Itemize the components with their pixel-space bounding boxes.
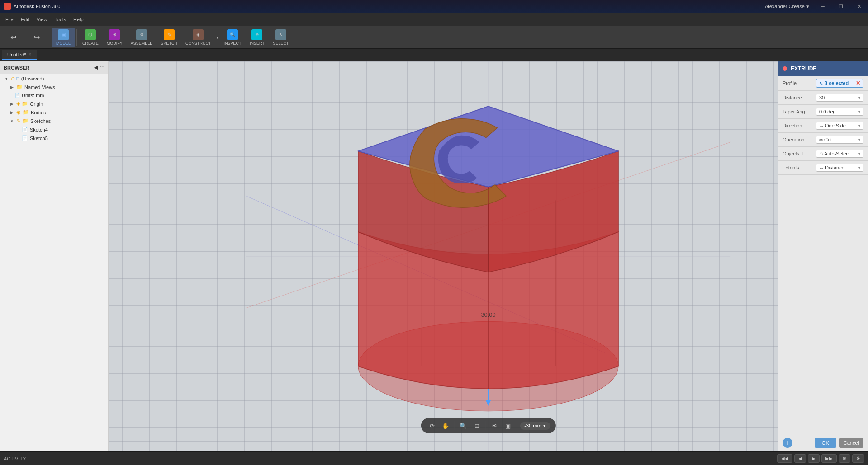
profile-label: Profile	[783, 80, 814, 86]
distance-value[interactable]: 30 ▾	[816, 94, 863, 102]
assemble-icon: ⚙	[136, 29, 147, 40]
tab-close-button[interactable]: ×	[29, 52, 32, 57]
extrude-title: EXTRUDE	[791, 66, 816, 72]
browser-sketch5[interactable]: 📄 Sketch5	[0, 134, 108, 142]
viewport[interactable]: 30.00 TOP FRONT RIGHT ⟳ ✋	[109, 61, 868, 451]
objects-value[interactable]: ⊙ Auto-Select ▾	[816, 150, 863, 158]
vp-orbit-button[interactable]: ⟳	[426, 420, 438, 432]
extrude-info-button[interactable]: i	[783, 438, 792, 448]
browser-sketches[interactable]: ▾ ✎ 📁 Sketches	[0, 117, 108, 125]
toolbar-select[interactable]: ↖ SELECT	[269, 28, 292, 47]
tab-untitled[interactable]: Untitled* ×	[2, 50, 37, 60]
profile-cursor-icon: ↖	[819, 81, 823, 86]
menu-edit[interactable]: Edit	[17, 15, 33, 24]
profile-value[interactable]: ↖ 3 selected ✕	[816, 79, 863, 88]
toolbar-assemble[interactable]: ⚙ ASSEMBLE	[127, 28, 157, 47]
extrude-extents-row: Extents ↔ Distance ▾	[778, 161, 868, 175]
browser-header: BROWSER ◀ ⋯	[0, 61, 108, 74]
named-views-folder-icon: 📁	[16, 84, 23, 90]
extents-value[interactable]: ↔ Distance ▾	[816, 164, 863, 172]
close-button[interactable]: ✕	[850, 0, 868, 13]
units-icon: 📄	[14, 93, 20, 98]
modify-label: MODIFY	[107, 41, 123, 46]
sketches-folder-icon: 📁	[22, 118, 28, 124]
vp-pan-button[interactable]: ✋	[440, 420, 451, 432]
construct-icon: ◈	[193, 29, 204, 40]
toolbar-model[interactable]: ▣ MODEL	[52, 28, 75, 47]
vp-view-button[interactable]: 👁	[489, 420, 500, 432]
toolbar-inspect[interactable]: 🔍 INSPECT	[220, 28, 245, 47]
extents-val: Distance	[825, 165, 844, 170]
vp-zoom-button[interactable]: 🔍	[457, 420, 469, 432]
assemble-label: ASSEMBLE	[131, 41, 153, 46]
objects-chevron: ▾	[858, 151, 860, 156]
app-icon	[4, 3, 11, 10]
nav-play-button[interactable]: ▶	[808, 454, 820, 463]
extrude-objects-row: Objects T. ⊙ Auto-Select ▾	[778, 147, 868, 161]
menu-tools[interactable]: Tools	[51, 15, 70, 24]
extrude-dot	[783, 66, 787, 71]
browser-sketch4[interactable]: 📄 Sketch4	[0, 125, 108, 134]
origin-label: Origin	[30, 101, 43, 107]
taper-label: Taper Ang.	[783, 109, 814, 114]
menu-help[interactable]: Help	[70, 15, 87, 24]
bodies-expand-icon: ▶	[9, 110, 14, 115]
taper-value[interactable]: 0.0 deg ▾	[816, 108, 863, 116]
toolbar-undo[interactable]: ↩	[2, 28, 24, 47]
nav-thumbnail-button[interactable]: ⊞	[839, 454, 850, 463]
sketches-expand-icon: ▾	[9, 118, 14, 124]
tabbar: Untitled* ×	[0, 49, 868, 61]
minimize-button[interactable]: ─	[814, 0, 832, 13]
nav-first-button[interactable]: ◀◀	[777, 454, 792, 463]
toolbar: ↩ ↪ ▣ MODEL ⬡ CREATE ⚙ MODIFY ⚙ ASSEMBLE…	[0, 26, 868, 49]
create-icon: ⬡	[85, 29, 96, 40]
sketch4-icon: 📄	[22, 127, 28, 132]
distance-chevron: ▾	[858, 95, 860, 100]
bodies-folder-icon: 📁	[23, 109, 29, 115]
nav-last-button[interactable]: ▶▶	[821, 454, 837, 463]
sketch4-label: Sketch4	[30, 127, 48, 132]
select-label: SELECT	[273, 41, 289, 46]
toolbar-redo[interactable]: ↪	[25, 28, 48, 47]
toolbar-sketch[interactable]: ✎ SKETCH	[157, 28, 181, 47]
root-component-icon: ◇	[11, 75, 14, 81]
menu-view[interactable]: View	[33, 15, 51, 24]
root-expand-icon: ▾	[4, 76, 9, 81]
extrude-operation-row: Operation ✂ Cut ▾	[778, 133, 868, 147]
browser-named-views[interactable]: ▶ 📁 Named Views	[0, 83, 108, 91]
extrude-actions: i OK Cancel	[778, 434, 868, 451]
distance-label: Distance	[783, 95, 814, 100]
restore-button[interactable]: ❐	[832, 0, 850, 13]
toolbar-construct[interactable]: ◈ CONSTRUCT	[182, 28, 215, 47]
vp-fit-button[interactable]: ⊡	[471, 420, 483, 432]
nav-prev-button[interactable]: ◀	[794, 454, 806, 463]
browser-origin[interactable]: ▶ ◈ 📁 Origin	[0, 99, 108, 108]
construct-label: CONSTRUCT	[185, 41, 211, 46]
toolbar-modify[interactable]: ⚙ MODIFY	[103, 28, 126, 47]
inspect-label: INSPECT	[223, 41, 241, 46]
operation-value[interactable]: ✂ Cut ▾	[816, 136, 863, 144]
units-label: Units: mm	[22, 93, 44, 98]
vp-display-button[interactable]: ▣	[502, 420, 514, 432]
toolbar-create[interactable]: ⬡ CREATE	[79, 28, 102, 47]
extrude-cancel-button[interactable]: Cancel	[839, 438, 863, 448]
model-icon: ▣	[58, 29, 69, 40]
extrude-ok-button[interactable]: OK	[815, 438, 836, 448]
extrude-taper-row: Taper Ang. 0.0 deg ▾	[778, 105, 868, 119]
profile-clear-button[interactable]: ✕	[856, 80, 860, 86]
objects-val: Auto-Select	[824, 151, 850, 156]
activity-label: ACTIVITY	[4, 456, 26, 461]
vp-sep3	[517, 421, 517, 430]
browser-collapse-icon[interactable]: ◀	[94, 65, 98, 70]
nav-settings-button[interactable]: ⚙	[852, 454, 864, 463]
tab-label: Untitled*	[7, 52, 26, 57]
vp-distance-display[interactable]: -30 mm ▾	[520, 422, 550, 430]
browser-root[interactable]: ▾ ◇ □ (Unsaved)	[0, 74, 108, 83]
browser-menu-icon[interactable]: ⋯	[100, 65, 104, 70]
user-name: Alexander Crease	[765, 4, 805, 9]
browser-bodies[interactable]: ▶ ◉ 📁 Bodies	[0, 108, 108, 117]
toolbar-insert[interactable]: ⊕ INSERT	[246, 28, 268, 47]
modify-icon: ⚙	[109, 29, 120, 40]
menu-file[interactable]: File	[2, 15, 17, 24]
direction-value[interactable]: → One Side ▾	[816, 122, 863, 130]
